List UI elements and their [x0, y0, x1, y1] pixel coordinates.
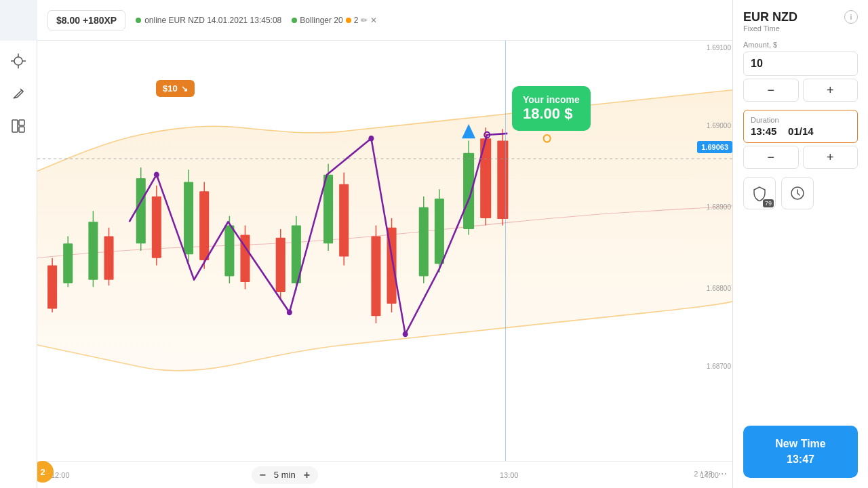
trade-direction-icon: ↘	[181, 84, 188, 94]
info-icon[interactable]: i	[844, 10, 858, 24]
duration-group: Duration 13:45 01/14 − +	[743, 110, 858, 169]
crosshair-icon[interactable]	[5, 47, 32, 75]
svg-rect-5	[12, 120, 18, 132]
left-toolbar	[0, 41, 37, 488]
pair-info: EUR NZD Fixed Time	[743, 10, 797, 33]
time-label-start: 12:00	[51, 471, 70, 479]
bollinger-edit-icon[interactable]: ✏	[361, 16, 368, 25]
trade-badge: $10 ↘	[156, 80, 195, 97]
bollinger-dot-green	[292, 18, 297, 23]
chart-svg	[37, 41, 732, 461]
current-price-label: 1.69063	[697, 141, 732, 153]
income-amount: 18.00 $	[523, 105, 580, 123]
bollinger-value2: 2	[354, 16, 359, 25]
trade-amount: $10	[163, 83, 178, 94]
income-tooltip: Your income 18.00 $	[512, 86, 591, 131]
right-panel: EUR NZD Fixed Time i Amount, $ 10 − + Du…	[732, 0, 868, 488]
timeframe-decrease-button[interactable]: −	[260, 469, 266, 481]
top-bar: $8.00 +180XP online EUR NZD 14.01.2021 1…	[37, 0, 732, 41]
bollinger-bar: Bollinger 20 2 ✏ ✕	[292, 16, 377, 25]
duration-stepper: − +	[743, 146, 858, 169]
duration-decrease-button[interactable]: −	[743, 146, 799, 169]
income-label: Your income	[523, 94, 580, 105]
clock-icon-box[interactable]	[781, 177, 814, 209]
date-time: 14.01.2021 13:45:08	[207, 16, 281, 25]
chart-svg-area: $10 ↘ Your income 18.00 $ 1.69100 1.6900…	[37, 41, 732, 461]
trade-type-icons: 79	[743, 177, 858, 209]
svg-rect-7	[19, 127, 24, 132]
layout-icon[interactable]	[5, 113, 32, 140]
amount-value[interactable]: 10	[743, 52, 858, 76]
svg-point-51	[287, 310, 292, 316]
amount-label: Amount, $	[743, 41, 858, 49]
bollinger-value1: 20	[334, 16, 342, 25]
duration-time: 13:45	[751, 125, 776, 137]
timeframe-increase-button[interactable]: +	[304, 469, 310, 481]
draw-icon[interactable]	[5, 80, 32, 107]
bollinger-dot-orange	[346, 18, 351, 23]
chart-container: $10 ↘ Your income 18.00 $ 1.69100 1.6900…	[37, 0, 732, 488]
pair-header: EUR NZD Fixed Time i	[743, 10, 858, 33]
duration-values: 13:45 01/14	[751, 125, 850, 137]
pair-name: EUR NZD	[743, 10, 797, 24]
amount-stepper: − +	[743, 79, 858, 102]
shield-badge: 79	[763, 199, 774, 207]
svg-point-0	[14, 57, 22, 65]
page-indicator-area: 2 / 28 ···	[694, 468, 727, 480]
price-label-4: 1.68800	[707, 285, 731, 292]
amount-decrease-button[interactable]: −	[743, 79, 799, 102]
time-bar: 12:00 − 5 min + 13:00 14:00	[37, 461, 732, 488]
price-label-3: 1.68900	[707, 203, 731, 211]
duration-increase-button[interactable]: +	[803, 146, 859, 169]
duration-date: 01/14	[788, 125, 814, 137]
price-label-5: 1.68700	[707, 363, 731, 370]
more-options-icon[interactable]: ···	[718, 468, 727, 480]
bollinger-close-icon[interactable]: ✕	[370, 16, 377, 25]
online-badge: online EUR NZD 14.01.2021 13:45:08	[136, 16, 281, 25]
online-dot	[136, 18, 141, 23]
svg-point-50	[154, 171, 159, 178]
new-time-button[interactable]: New Time 13:47	[743, 426, 858, 478]
timeframe-control: − 5 min +	[252, 466, 318, 484]
amount-increase-button[interactable]: +	[803, 79, 859, 102]
amount-group: Amount, $ 10 − +	[743, 41, 858, 102]
timeframe-value: 5 min	[274, 470, 296, 480]
svg-point-52	[368, 136, 374, 142]
price-label-2: 1.69000	[707, 122, 731, 129]
shield-icon-box[interactable]: 79	[743, 177, 776, 209]
vertical-line	[505, 41, 506, 461]
bollinger-label: Bollinger	[300, 16, 332, 25]
duration-label: Duration	[751, 116, 850, 124]
online-text: online EUR NZD	[144, 16, 205, 25]
svg-point-53	[403, 331, 408, 338]
page-indicator: 2 / 28	[694, 470, 713, 478]
pair-type: Fixed Time	[743, 24, 797, 33]
profit-badge: $8.00 +180XP	[47, 10, 125, 30]
time-label-mid: 13:00	[500, 471, 519, 479]
svg-rect-6	[19, 120, 24, 125]
new-time-label: New Time	[754, 436, 847, 451]
duration-box[interactable]: Duration 13:45 01/14	[743, 110, 858, 143]
new-time-value: 13:47	[754, 452, 847, 467]
price-label-1: 1.69100	[707, 44, 731, 52]
